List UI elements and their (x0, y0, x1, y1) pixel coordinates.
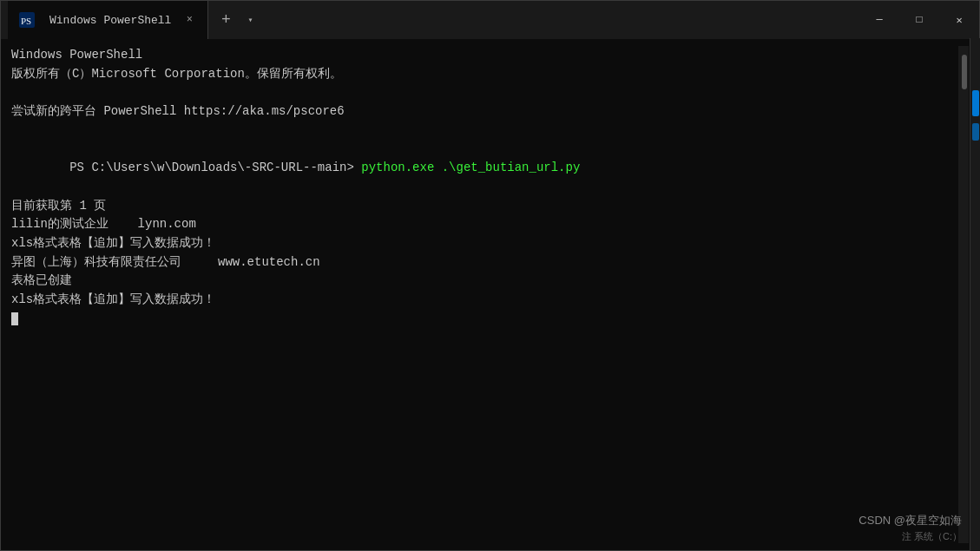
new-tab-button[interactable]: + (212, 6, 240, 34)
watermark-system: 注 系统（C:） (858, 529, 962, 544)
blue-bar-2 (972, 123, 979, 141)
scrollbar[interactable] (958, 46, 969, 543)
svg-text:PS: PS (21, 16, 31, 26)
watermark-username: CSDN @夜星空如海 (858, 512, 962, 529)
active-tab[interactable]: PS Windows PowerShell × (8, 1, 208, 39)
prompt-path: PS C:\Users\w\Downloads\-SRC-URL--main> (69, 161, 354, 174)
terminal-cursor (11, 312, 18, 325)
powershell-window: PS Windows PowerShell × + ▾ ─ □ ✕ Window… (0, 0, 980, 551)
cursor-line (11, 310, 958, 329)
powershell-icon: PS (18, 11, 36, 29)
maximize-button[interactable]: □ (899, 1, 939, 39)
titlebar: PS Windows PowerShell × + ▾ ─ □ ✕ (1, 1, 979, 39)
line-empty-1 (11, 83, 958, 102)
line-3: 尝试新的跨平台 PowerShell https://aka.ms/pscore… (11, 102, 958, 121)
tab-area: PS Windows PowerShell × + ▾ (8, 1, 859, 39)
line-2: 版权所有（C）Microsoft Corporation。保留所有权利。 (11, 65, 958, 84)
terminal-body[interactable]: Windows PowerShell 版权所有（C）Microsoft Corp… (1, 39, 979, 550)
prompt-cmd: python.exe .\get_butian_url.py (354, 161, 580, 174)
close-button[interactable]: ✕ (939, 1, 979, 39)
tab-close-button[interactable]: × (181, 12, 197, 28)
prompt-line: PS C:\Users\w\Downloads\-SRC-URL--main> … (11, 140, 958, 196)
tab-title: Windows PowerShell (49, 14, 171, 27)
line-output-1: 目前获取第 1 页 (11, 197, 958, 216)
line-output-3: xls格式表格【追加】写入数据成功！ (11, 234, 958, 253)
line-output-4: 异图（上海）科技有限责任公司 www.etutech.cn (11, 253, 958, 272)
line-output-5: 表格已创建 (11, 272, 958, 291)
line-output-6: xls格式表格【追加】写入数据成功！ (11, 291, 958, 310)
terminal-content: Windows PowerShell 版权所有（C）Microsoft Corp… (11, 46, 958, 543)
minimize-button[interactable]: ─ (859, 1, 899, 39)
blue-bar-1 (972, 90, 979, 116)
right-accent (970, 38, 980, 551)
watermark: CSDN @夜星空如海 注 系统（C:） (858, 512, 962, 543)
line-empty-2 (11, 121, 958, 141)
dropdown-button[interactable]: ▾ (240, 10, 260, 30)
line-1: Windows PowerShell (11, 46, 958, 65)
scrollbar-thumb[interactable] (962, 55, 967, 89)
line-output-2: lilin的测试企业 lynn.com (11, 215, 958, 234)
window-controls: ─ □ ✕ (859, 1, 979, 39)
